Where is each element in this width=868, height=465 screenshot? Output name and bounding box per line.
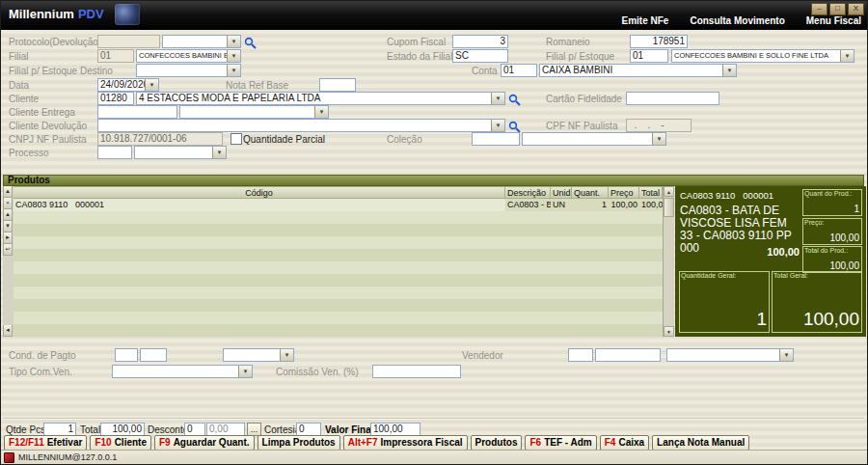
vendedor-aux-input[interactable] [595,348,661,362]
menu-consulta-movimento[interactable]: Consulta Movimento [690,15,784,26]
total-input[interactable]: 100,00 [100,423,145,436]
comissao-ven-input[interactable] [372,365,461,378]
impressora-fiscal-button[interactable]: Alt+F7Impressora Fiscal [343,435,468,451]
filial-estoque-code-input[interactable]: 01 [630,49,668,63]
minimize-icon[interactable]: – [811,3,827,15]
desconto-pct-input[interactable]: 0 [184,423,205,436]
vendedor-code-input[interactable] [568,348,593,362]
grid-move-up-icon[interactable]: ▲ [3,209,13,221]
desconto-more-button[interactable]: ... [247,423,261,436]
menu-emite-nfe[interactable]: Emite NFe [622,15,669,26]
cond-pagto-code-input[interactable] [115,348,138,362]
quantidade-geral-box: Quantidade Geral: 1 [679,271,770,333]
qtde-pcs-input[interactable]: 1 [43,423,76,436]
chevron-down-icon[interactable] [145,79,158,91]
chevron-down-icon[interactable] [652,133,665,145]
data-picker[interactable]: 24/09/2020 [97,78,159,92]
cliente-devolucao-combo[interactable] [97,119,505,132]
qtde-pcs-label: Qtde Pcs [6,424,45,435]
cond-pagto-combo[interactable] [223,348,294,362]
tef-adm-button[interactable]: F6TEF - Adm [525,435,596,451]
protocolo-combo[interactable] [162,35,241,48]
processo-input[interactable] [97,146,132,159]
chevron-down-icon[interactable] [227,65,240,76]
chevron-down-icon[interactable] [491,93,504,104]
grid-scroll-left-icon[interactable]: ◄ [3,325,13,337]
chevron-down-icon[interactable] [779,349,793,361]
column-header-quant[interactable]: Quant. [572,186,609,199]
grid-header-row: Código Descrição Unid Quant. Preço Total [14,186,663,199]
scroll-up-icon[interactable]: ▲ [664,186,674,197]
chevron-down-icon[interactable] [212,147,226,158]
vendedor-combo[interactable] [666,348,794,362]
cliente-entrega-input[interactable] [97,105,177,119]
column-header-preco[interactable]: Preço [609,186,639,199]
grid-move-down-icon[interactable]: ▼ [3,221,13,232]
colecao-combo[interactable] [522,132,666,146]
nota-ref-input[interactable] [319,78,356,92]
quantidade-parcial-label: Quantidade Parcial [243,134,325,145]
aguardar-quant-button[interactable]: F9Aguardar Quant. [154,435,255,451]
table-row[interactable]: CA0803 9110 000001 CA0803 - B UN 1 100,0… [14,199,663,211]
detail-preco-value: 100,00 [829,232,859,243]
search-icon[interactable] [244,36,257,48]
quantidade-parcial-checkbox[interactable] [231,133,242,145]
menu-fiscal[interactable]: Menu Fiscal [806,15,861,26]
colecao-input[interactable] [472,132,520,146]
column-header-total[interactable]: Total [639,186,663,199]
cliente-entrega-combo[interactable] [179,105,329,119]
conta-combo[interactable]: CAIXA BAMBINI [539,64,737,77]
grid-post-icon[interactable]: ↩ [3,244,13,256]
chevron-down-icon[interactable] [227,50,240,62]
scroll-down-icon[interactable]: ▼ [664,326,674,337]
lanca-nota-manual-button[interactable]: Lança Nota Manual [652,435,749,451]
desconto-valor-input[interactable]: 0,00 [206,423,245,436]
scrollbar-thumb[interactable] [664,198,674,217]
cartao-fidelidade-input[interactable] [626,92,719,105]
chevron-down-icon[interactable] [840,50,854,62]
limpa-produtos-button[interactable]: Limpa Produtos [258,435,340,451]
cortesia-input[interactable]: 0 [296,423,321,436]
column-header-codigo[interactable]: Código [14,186,505,199]
chevron-down-icon[interactable] [722,65,736,76]
romaneio-input[interactable]: 178951 [630,35,688,48]
search-icon[interactable] [508,93,521,105]
filial-combo[interactable]: CONFECCOES BAMBINI E SOLLO FINE LTDA [136,49,241,63]
colecao-label: Coleção [387,134,422,145]
connection-status-icon [4,452,14,463]
grid-first-row-icon[interactable]: ▲ [3,186,13,198]
grid-vertical-scrollbar[interactable]: ▲ ▼ [663,186,674,337]
cliente-combo[interactable]: 4 ESTACOES MODA E PAPELARIA LTDA [136,92,505,105]
filial-code-input[interactable]: 01 [97,49,134,63]
app-icon [115,4,140,25]
column-header-unid[interactable]: Unid [551,186,572,199]
conta-code-input[interactable]: 01 [501,64,537,77]
search-icon[interactable] [508,120,521,132]
estado-filial-input[interactable]: SC [452,49,508,63]
maximize-icon[interactable]: □ [829,3,846,15]
chevron-down-icon[interactable] [280,349,293,361]
cliente-code-input[interactable]: 01280 [97,92,134,105]
chevron-down-icon[interactable] [491,120,504,131]
tipo-com-ven-combo[interactable] [112,365,253,378]
chevron-down-icon[interactable] [238,366,252,377]
efetivar-button[interactable]: F12/F11Efetivar [4,435,87,451]
cnpj-nf-paulista-input[interactable]: 10.918.727/0001-06 [97,132,223,146]
close-icon[interactable]: X [848,3,864,15]
cond-pagto-aux-input[interactable] [140,348,167,362]
cpf-nf-paulista-input[interactable]: . . - [626,119,692,132]
produtos-button[interactable]: Produtos [471,435,523,451]
caixa-button[interactable]: F4Caixa [600,435,649,451]
filial-destino-combo[interactable] [136,64,241,77]
cupom-fiscal-input[interactable]: 3 [452,35,508,48]
chevron-down-icon[interactable] [314,106,328,118]
filial-estoque-combo[interactable]: CONFECCOES BAMBINI E SOLLO FINE LTDA [671,49,854,63]
chevron-down-icon[interactable] [227,36,240,47]
processo-combo[interactable] [134,146,227,159]
valor-final-input[interactable]: 100,00 [370,423,420,436]
column-header-descricao[interactable]: Descrição [505,186,551,199]
grid-delete-row-icon[interactable]: × [3,198,13,209]
grid-insert-icon[interactable]: ► [3,232,13,244]
protocolo-input[interactable] [97,35,160,48]
cliente-button[interactable]: F10Cliente [90,435,151,451]
